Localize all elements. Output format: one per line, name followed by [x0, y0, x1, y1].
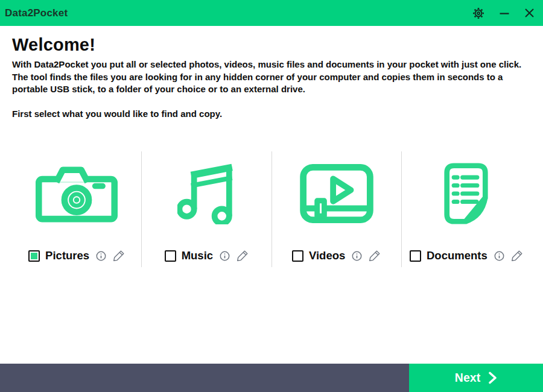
next-button-label: Next: [455, 371, 480, 385]
music-checkbox[interactable]: [165, 250, 176, 262]
videos-edit-pencil-icon[interactable]: [369, 250, 381, 262]
videos-label: Videos: [309, 249, 345, 262]
gear-icon: [472, 7, 484, 19]
music-info-icon[interactable]: [220, 251, 230, 261]
music-label-row: Music: [165, 249, 249, 262]
category-pictures: Pictures: [12, 151, 141, 267]
minimize-button[interactable]: [499, 8, 510, 19]
pictures-label-row: Pictures: [28, 249, 125, 262]
window-controls: [472, 7, 535, 19]
document-icon: [439, 151, 493, 236]
category-videos: Videos: [272, 151, 401, 267]
category-music: Music: [141, 151, 271, 267]
welcome-heading: Welcome!: [12, 36, 531, 54]
app-title: Data2Pocket: [5, 7, 68, 19]
music-edit-pencil-icon[interactable]: [237, 250, 249, 262]
titlebar: Data2Pocket: [0, 0, 543, 26]
category-documents: Documents: [401, 151, 531, 267]
music-note-icon: [177, 151, 236, 236]
documents-info-icon[interactable]: [494, 251, 504, 261]
close-button[interactable]: [524, 8, 535, 18]
main-content: Welcome! With Data2Pocket you put all or…: [0, 36, 543, 267]
pictures-checkbox[interactable]: [28, 250, 40, 262]
documents-checkbox[interactable]: [410, 250, 421, 262]
pictures-label: Pictures: [45, 249, 89, 262]
close-icon: [524, 8, 535, 18]
documents-label-row: Documents: [410, 249, 523, 262]
intro-description: With Data2Pocket you put all or selected…: [12, 58, 531, 96]
documents-label: Documents: [427, 249, 487, 262]
videos-info-icon[interactable]: [352, 251, 362, 261]
videos-label-row: Videos: [292, 249, 381, 262]
documents-edit-pencil-icon[interactable]: [511, 250, 523, 262]
next-button[interactable]: Next: [409, 364, 543, 392]
camera-icon: [36, 151, 118, 236]
category-selector: Pictures: [12, 151, 531, 267]
intro-instruction: First select what you would like to find…: [12, 108, 531, 121]
pictures-info-icon[interactable]: [96, 251, 106, 261]
music-label: Music: [182, 249, 213, 262]
settings-button[interactable]: [472, 7, 484, 19]
footer-bar: Next: [0, 364, 543, 392]
chevron-right-icon: [488, 371, 497, 384]
pictures-edit-pencil-icon[interactable]: [113, 250, 125, 262]
minimize-icon: [499, 8, 510, 19]
videos-checkbox[interactable]: [292, 250, 303, 262]
video-player-icon: [300, 151, 373, 236]
